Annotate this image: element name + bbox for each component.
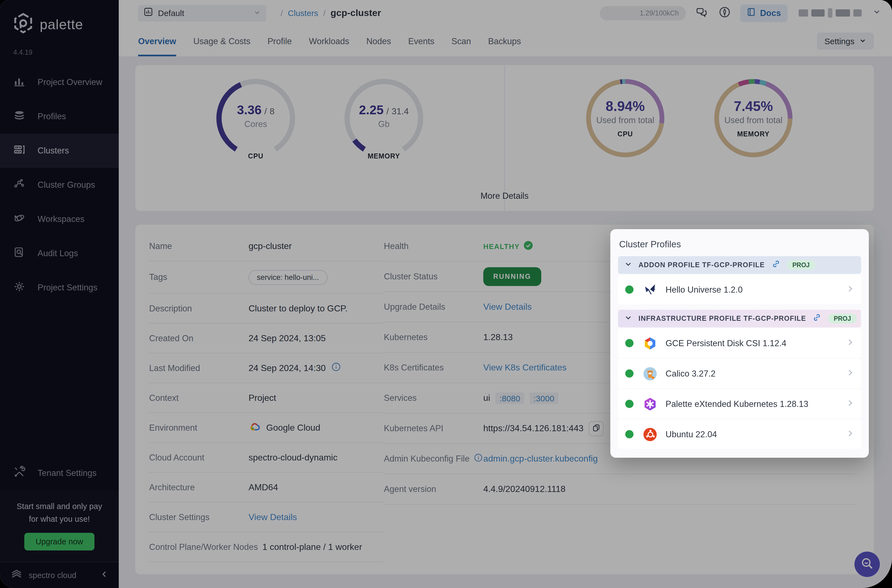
popup-title: Cluster Profiles	[619, 239, 860, 249]
chevron-down-icon	[625, 260, 632, 270]
status-dot	[625, 400, 634, 408]
addon-profile-section: ADDON PROFILE TF-GCP-PROFILE PROJ Hello …	[618, 256, 861, 304]
chevron-right-icon	[846, 429, 854, 439]
status-dot	[625, 430, 634, 438]
status-dot	[625, 339, 634, 347]
profile-row-calico[interactable]: Calico 3.27.2	[618, 359, 861, 388]
profile-row-gce-csi[interactable]: GCE Persistent Disk CSI 1.12.4	[618, 328, 861, 358]
chevron-right-icon	[846, 369, 854, 378]
addon-profile-header[interactable]: ADDON PROFILE TF-GCP-PROFILE PROJ	[618, 256, 861, 274]
profile-row-ubuntu[interactable]: Ubuntu 22.04	[618, 420, 861, 449]
cluster-profiles-popup: Cluster Profiles ADDON PROFILE TF-GCP-PR…	[610, 229, 869, 458]
status-dot	[625, 369, 634, 378]
status-dot	[625, 285, 634, 294]
infrastructure-profile-section: INFRASTRUCTURE PROFILE TF-GCP-PROFILE PR…	[618, 310, 861, 449]
profile-row-pxk[interactable]: Palette eXtended Kubernetes 1.28.13	[618, 389, 861, 418]
chevron-right-icon	[846, 399, 854, 409]
ubuntu-icon	[643, 427, 657, 441]
link-icon	[771, 260, 780, 270]
proj-badge: PROJ	[787, 260, 815, 270]
chevron-down-icon	[625, 314, 632, 324]
gce-disk-icon	[643, 336, 657, 350]
infrastructure-profile-header[interactable]: INFRASTRUCTURE PROFILE TF-GCP-PROFILE PR…	[618, 310, 861, 327]
calico-icon	[643, 366, 657, 381]
proj-badge: PROJ	[828, 314, 857, 324]
hello-universe-icon	[643, 282, 657, 297]
app-window: palette 4.4.19 Project Overview Profiles…	[0, 0, 892, 588]
link-icon	[813, 313, 821, 324]
palette-kubernetes-icon	[643, 397, 657, 411]
profile-row-hello-universe[interactable]: Hello Universe 1.2.0	[618, 275, 861, 304]
chevron-right-icon	[846, 285, 854, 294]
chevron-right-icon	[846, 338, 854, 348]
